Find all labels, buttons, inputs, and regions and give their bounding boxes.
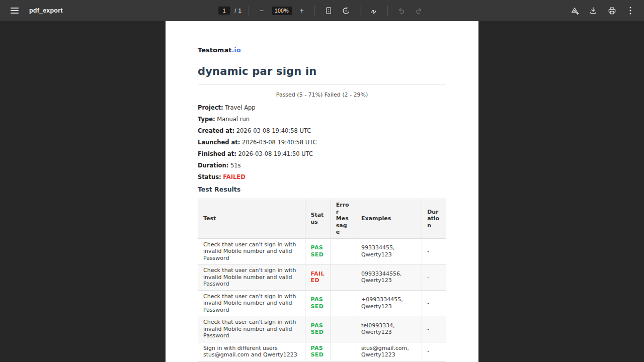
title-divider xyxy=(198,84,446,84)
download-icon xyxy=(589,7,597,15)
hamburger-icon xyxy=(11,7,19,14)
fit-to-page-icon xyxy=(325,7,333,15)
test-results-table: Test Status Error Message Examples Durat… xyxy=(198,199,446,362)
meta-duration: Duration: 51s xyxy=(198,162,446,168)
print-button[interactable] xyxy=(605,4,618,17)
col-header-examples: Examples xyxy=(356,199,422,239)
testomat-logo: Testomat.io xyxy=(198,46,446,54)
duration-cell: - xyxy=(422,342,446,361)
menu-button[interactable] xyxy=(8,4,21,17)
undo-button[interactable] xyxy=(395,4,408,17)
page-number-input[interactable]: 1 xyxy=(218,7,230,15)
annotate-button[interactable] xyxy=(367,4,380,17)
pdf-page: Testomat.io dynamic par sign in Passed (… xyxy=(166,21,478,362)
table-row: Check that user can't sign in with inval… xyxy=(198,264,446,291)
vertical-dots-icon xyxy=(629,7,631,15)
status-cell: PASSED xyxy=(305,290,331,316)
table-row: Check that user can't sign in with inval… xyxy=(198,238,446,264)
ink-annotate-icon xyxy=(370,7,378,15)
toolbar-separator xyxy=(360,6,360,16)
error-cell xyxy=(331,238,356,264)
zoom-level-input[interactable]: 100% xyxy=(272,7,292,15)
status-cell: PASSED xyxy=(305,238,331,264)
table-row: Check that user can't sign in with inval… xyxy=(198,316,446,342)
download-button[interactable] xyxy=(587,4,600,17)
examples-cell: 993334455, Qwerty123 xyxy=(356,238,422,264)
test-cell: Check that user can't sign in with inval… xyxy=(198,264,305,291)
meta-finished: Finished at: 2026-03-08 19:41:50 UTC xyxy=(198,151,446,157)
zoom-in-button[interactable]: + xyxy=(296,5,307,16)
meta-status: Status: FAILED xyxy=(198,174,446,180)
toolbar-separator xyxy=(249,6,249,16)
error-cell xyxy=(331,316,356,342)
run-metadata: Project: Travel App Type: Manual run Cre… xyxy=(198,105,446,180)
test-cell: Check that user can't sign in with inval… xyxy=(198,238,305,264)
col-header-status: Status xyxy=(305,199,331,239)
error-cell xyxy=(331,342,356,361)
logo-main: Testomat xyxy=(198,46,231,54)
page-total: 1 xyxy=(238,8,241,14)
zoom-out-button[interactable]: − xyxy=(256,5,267,16)
pdf-viewer-area[interactable]: Testomat.io dynamic par sign in Passed (… xyxy=(0,21,644,362)
table-row: Check that user can't sign in with inval… xyxy=(198,290,446,316)
report-title: dynamic par sign in xyxy=(198,65,446,78)
meta-type: Type: Manual run xyxy=(198,116,446,122)
save-to-drive-button[interactable] xyxy=(568,4,581,17)
redo-button[interactable] xyxy=(413,4,426,17)
test-cell: Check that user can't sign in with inval… xyxy=(198,290,305,316)
meta-launched: Launched at: 2026-03-08 19:40:58 UTC xyxy=(198,139,446,145)
toolbar-separator xyxy=(387,6,388,16)
undo-icon xyxy=(397,7,405,15)
duration-cell: - xyxy=(422,316,446,342)
more-options-button[interactable] xyxy=(624,4,637,17)
examples-cell: stus@gmail.com, Qwerty1223 xyxy=(356,342,422,361)
redo-icon xyxy=(415,7,423,15)
examples-cell: 09933344556, Qwerty123 xyxy=(356,264,422,291)
error-cell xyxy=(331,290,356,316)
col-header-test: Test xyxy=(198,199,305,239)
pdf-toolbar: pdf_export 1 / 1 − 100% + xyxy=(0,0,644,21)
status-cell: PASSED xyxy=(305,342,331,361)
status-cell: FAILED xyxy=(305,264,331,291)
meta-project: Project: Travel App xyxy=(198,105,446,111)
examples-cell: +0993334455, Qwerty123 xyxy=(356,290,422,316)
rotate-ccw-icon xyxy=(342,7,350,15)
results-summary: Passed (5 - 71%) Failed (2 - 29%) xyxy=(198,92,446,98)
duration-cell: - xyxy=(422,238,446,264)
col-header-duration: Duration xyxy=(422,199,446,239)
save-to-drive-icon xyxy=(571,7,579,15)
examples-cell: tel0993334, Qwerty123 xyxy=(356,316,422,342)
section-title: Test Results xyxy=(198,186,446,193)
document-filename: pdf_export xyxy=(29,7,63,14)
table-header-row: Test Status Error Message Examples Durat… xyxy=(198,199,446,239)
toolbar-separator xyxy=(314,6,315,16)
print-icon xyxy=(608,7,616,15)
meta-created: Created at: 2026-03-08 19:40:58 UTC xyxy=(198,128,446,134)
page-count: / 1 xyxy=(234,8,242,14)
error-cell xyxy=(331,264,356,291)
col-header-error: Error Message xyxy=(331,199,356,239)
logo-suffix: .io xyxy=(231,46,240,54)
table-row: Sign in with different users stus@gmail.… xyxy=(198,342,446,361)
status-cell: PASSED xyxy=(305,316,331,342)
test-cell: Sign in with different users stus@gmail.… xyxy=(198,342,305,361)
fit-to-page-button[interactable] xyxy=(322,4,335,17)
rotate-button[interactable] xyxy=(340,4,353,17)
page-divider: / xyxy=(234,8,236,14)
status-value: FAILED xyxy=(223,173,245,180)
duration-cell: - xyxy=(422,290,446,316)
duration-cell: - xyxy=(422,264,446,291)
test-cell: Check that user can't sign in with inval… xyxy=(198,316,305,342)
